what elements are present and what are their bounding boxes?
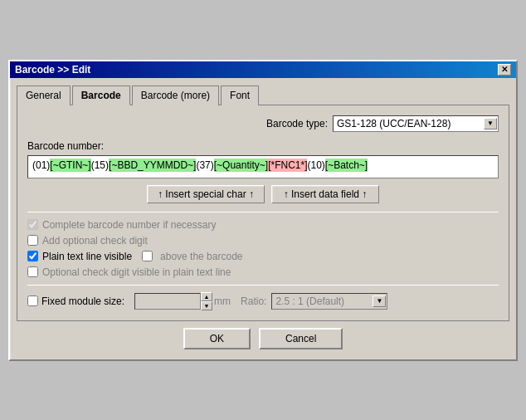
add-check-digit-checkbox[interactable] [27, 235, 38, 246]
complete-barcode-checkbox[interactable] [27, 219, 38, 230]
tab-barcode-more[interactable]: Barcode (more) [132, 85, 219, 105]
mm-label: mm [214, 295, 231, 307]
separator-1 [27, 212, 499, 212]
fixed-module-size-label: Fixed module size: [41, 295, 124, 307]
fixed-module-size-checkbox[interactable] [27, 295, 38, 306]
barcode-input-content: (01)[~GTIN~](15)[~BBD_YYMMDD~](37)[~Quan… [32, 159, 494, 173]
seg-gtin: [~GTIN~] [50, 159, 90, 173]
above-barcode-checkbox[interactable] [142, 251, 153, 261]
complete-barcode-row: Complete barcode number if necessary [27, 219, 499, 231]
seg-bbd: [~BBD_YYMMDD~] [109, 159, 196, 173]
barcode-number-input[interactable]: (01)[~GTIN~](15)[~BBD_YYMMDD~](37)[~Quan… [27, 155, 499, 178]
ok-cancel-row: OK Cancel [17, 321, 509, 353]
tab-barcode[interactable]: Barcode [72, 85, 130, 105]
title-bar: Barcode >> Edit ✕ [10, 61, 516, 78]
ratio-select[interactable]: 2.5 : 1 (Default) [271, 293, 387, 310]
close-button[interactable]: ✕ [498, 64, 511, 76]
insert-data-field-button[interactable]: ↑ Insert data field ↑ [271, 185, 379, 203]
seg-quantity: [~Quantity~] [214, 159, 268, 173]
cancel-button[interactable]: Cancel [259, 328, 343, 349]
dialog-body: General Barcode Barcode (more) Font Barc… [10, 78, 516, 359]
seg-fnc1: [*FNC1*] [268, 159, 307, 173]
add-check-digit-label: Add optional check digit [42, 235, 148, 247]
barcode-type-select[interactable]: GS1-128 (UCC/EAN-128) [333, 115, 499, 132]
tab-content: Barcode type: GS1-128 (UCC/EAN-128) ▼ Ba… [17, 105, 509, 321]
spin-up-button[interactable]: ▲ [201, 292, 212, 301]
title-bar-buttons: ✕ [498, 64, 511, 76]
barcode-type-row: Barcode type: GS1-128 (UCC/EAN-128) ▼ [27, 115, 499, 132]
dialog: Barcode >> Edit ✕ General Barcode Barcod… [8, 60, 518, 361]
insert-special-char-button[interactable]: ↑ Insert special char ↑ [147, 185, 265, 203]
tab-general[interactable]: General [17, 85, 71, 105]
ratio-section: Ratio: 2.5 : 1 (Default) ▼ [241, 293, 387, 310]
seg-batch: [~Batch~] [325, 159, 368, 173]
barcode-number-label: Barcode number: [27, 140, 499, 152]
fixed-module-row: Fixed module size: 0.00000 ▲ ▼ mm Ratio:… [27, 292, 499, 310]
seg-01: (01) [32, 159, 50, 173]
plain-text-row: Plain text line visible above the barcod… [27, 251, 499, 262]
number-input-wrapper: 0.00000 ▲ ▼ mm [134, 292, 231, 310]
insert-buttons-row: ↑ Insert special char ↑ ↑ Insert data fi… [27, 185, 499, 203]
plain-text-label: Plain text line visible [42, 251, 132, 262]
add-check-digit-row: Add optional check digit [27, 235, 499, 247]
barcode-type-label: Barcode type: [266, 118, 328, 129]
seg-15: (15) [91, 159, 109, 173]
dialog-title: Barcode >> Edit [15, 64, 90, 76]
complete-barcode-label: Complete barcode number if necessary [42, 219, 216, 231]
spin-buttons: ▲ ▼ [201, 292, 212, 310]
fixed-module-label-row: Fixed module size: [27, 295, 124, 307]
seg-37: (37) [196, 159, 213, 173]
tab-font[interactable]: Font [221, 85, 259, 105]
barcode-type-select-wrapper: GS1-128 (UCC/EAN-128) ▼ [333, 115, 499, 132]
spin-down-button[interactable]: ▼ [201, 301, 212, 310]
fixed-module-size-input[interactable]: 0.00000 [134, 293, 201, 310]
ratio-label: Ratio: [241, 295, 266, 307]
ratio-select-wrapper: 2.5 : 1 (Default) ▼ [271, 293, 387, 310]
plain-text-checkbox[interactable] [27, 251, 38, 261]
ok-button[interactable]: OK [183, 328, 251, 349]
above-barcode-label: above the barcode [160, 251, 242, 262]
optional-check-digit-visible-checkbox[interactable] [27, 266, 38, 277]
optional-check-digit-visible-row: Optional check digit visible in plain te… [27, 266, 499, 278]
seg-10: (10) [307, 159, 324, 173]
barcode-number-section: Barcode number: (01)[~GTIN~](15)[~BBD_YY… [27, 140, 499, 178]
tabs: General Barcode Barcode (more) Font [17, 85, 509, 105]
separator-2 [27, 285, 499, 286]
optional-check-digit-visible-label: Optional check digit visible in plain te… [42, 266, 231, 278]
